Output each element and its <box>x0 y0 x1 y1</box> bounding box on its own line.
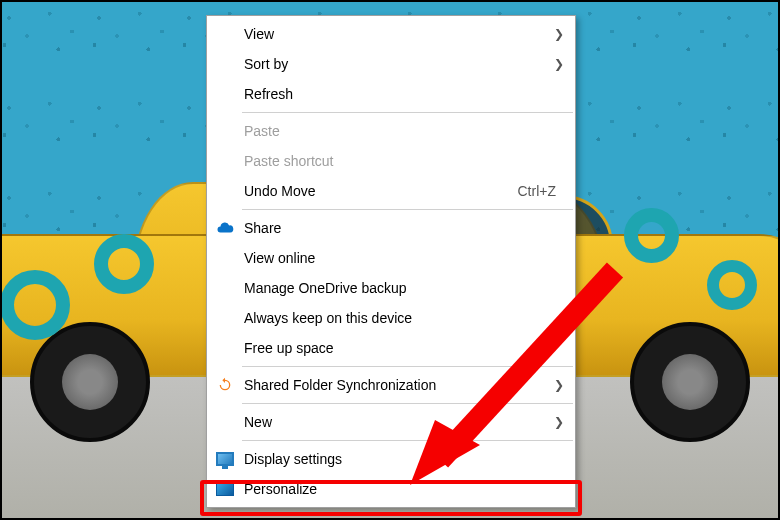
menu-divider <box>242 112 573 113</box>
menu-item-personalize[interactable]: Personalize <box>208 474 574 504</box>
menu-divider <box>242 366 573 367</box>
menu-divider <box>242 403 573 404</box>
personalize-icon <box>216 480 234 498</box>
menu-item-share[interactable]: Share <box>208 213 574 243</box>
menu-label: Shared Folder Synchronization <box>244 377 564 393</box>
menu-item-refresh[interactable]: Refresh <box>208 79 574 109</box>
menu-label: Share <box>244 220 564 236</box>
sync-icon <box>216 376 234 394</box>
menu-item-undo-move[interactable]: Undo Move Ctrl+Z <box>208 176 574 206</box>
menu-divider <box>242 209 573 210</box>
menu-label: Free up space <box>244 340 564 356</box>
cloud-icon <box>216 219 234 237</box>
menu-shortcut: Ctrl+Z <box>518 183 565 199</box>
menu-item-shared-folder-sync[interactable]: Shared Folder Synchronization ❯ <box>208 370 574 400</box>
menu-label: Paste shortcut <box>244 153 564 169</box>
menu-item-new[interactable]: New ❯ <box>208 407 574 437</box>
menu-label: View <box>244 26 564 42</box>
menu-item-sort-by[interactable]: Sort by ❯ <box>208 49 574 79</box>
menu-label: Always keep on this device <box>244 310 564 326</box>
chevron-right-icon: ❯ <box>554 27 564 41</box>
desktop-context-menu: View ❯ Sort by ❯ Refresh Paste Paste sho… <box>206 15 576 508</box>
display-icon <box>216 450 234 468</box>
menu-item-always-keep[interactable]: Always keep on this device <box>208 303 574 333</box>
menu-label: Display settings <box>244 451 564 467</box>
menu-divider <box>242 440 573 441</box>
menu-label: New <box>244 414 564 430</box>
menu-label: Refresh <box>244 86 564 102</box>
menu-label: Manage OneDrive backup <box>244 280 564 296</box>
menu-item-view-online[interactable]: View online <box>208 243 574 273</box>
menu-item-view[interactable]: View ❯ <box>208 19 574 49</box>
menu-item-manage-onedrive[interactable]: Manage OneDrive backup <box>208 273 574 303</box>
menu-label: Undo Move <box>244 183 518 199</box>
chevron-right-icon: ❯ <box>554 415 564 429</box>
menu-item-display-settings[interactable]: Display settings <box>208 444 574 474</box>
menu-item-paste: Paste <box>208 116 574 146</box>
menu-label: Personalize <box>244 481 564 497</box>
menu-item-paste-shortcut: Paste shortcut <box>208 146 574 176</box>
menu-label: Sort by <box>244 56 564 72</box>
chevron-right-icon: ❯ <box>554 378 564 392</box>
menu-label: View online <box>244 250 564 266</box>
menu-label: Paste <box>244 123 564 139</box>
menu-item-free-up-space[interactable]: Free up space <box>208 333 574 363</box>
chevron-right-icon: ❯ <box>554 57 564 71</box>
